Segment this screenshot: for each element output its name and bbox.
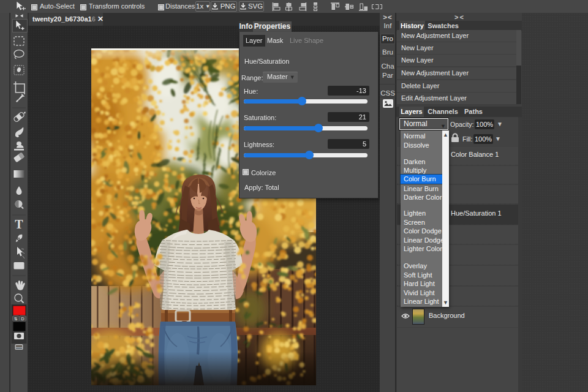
svg-text:D: D: [21, 317, 24, 321]
svg-text:⇅: ⇅: [14, 317, 18, 321]
svg-text:T: T: [15, 217, 23, 231]
